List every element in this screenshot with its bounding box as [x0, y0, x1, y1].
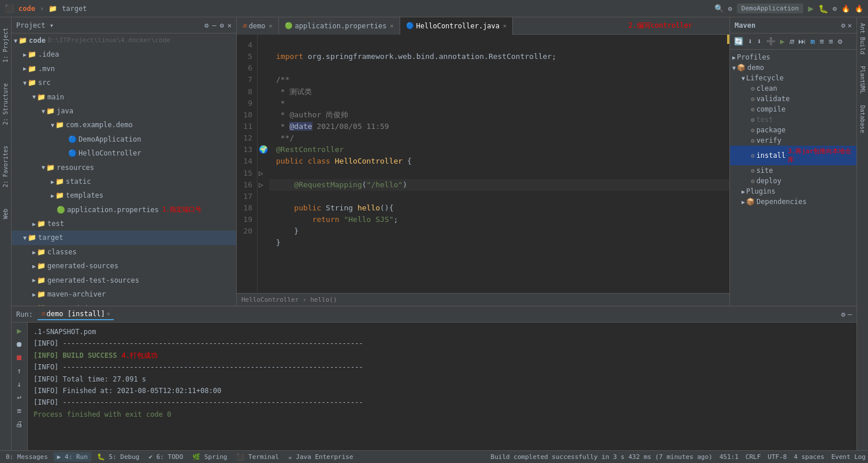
bottom-tab-todo[interactable]: ✔ 6: TODO — [145, 452, 187, 462]
maven-label-verify: verify — [757, 136, 781, 145]
structure-label[interactable]: 2: Structure — [1, 79, 10, 129]
maven-item-demo[interactable]: ▼ 📦 demo — [730, 62, 856, 73]
maven-refresh-icon[interactable]: 🔄 — [732, 36, 745, 47]
tree-item-app-properties[interactable]: 🟢 application.properties 1.指定端口号 — [12, 203, 236, 217]
maven-item-dependencies[interactable]: ▶ 📦 Dependencies — [730, 197, 856, 207]
tree-item-maven-archiver[interactable]: ▶ 📁 maven-archiver — [12, 287, 236, 301]
toolbar-icon-2[interactable]: 🔥 — [841, 5, 850, 13]
maven-item-validate[interactable]: ⚙ validate — [730, 94, 856, 104]
run-tab-close[interactable]: ✕ — [107, 310, 110, 317]
maven-close-icon[interactable]: ✕ — [848, 21, 852, 29]
tab-run[interactable]: m demo [install] ✕ — [38, 309, 114, 320]
run-up-icon[interactable]: ↑ — [16, 365, 23, 376]
run-stop-icon[interactable]: ⏹ — [14, 352, 24, 363]
run-config-label[interactable]: DemoApplication — [737, 3, 803, 13]
maven-item-deploy[interactable]: ⚙ deploy — [730, 176, 856, 186]
maven-item-install[interactable]: ⚙ install 3.将jar包推向本地仓库 — [730, 146, 856, 165]
run-down-icon[interactable]: ↓ — [16, 379, 23, 390]
toolbar-icon-3[interactable]: 🔥 — [855, 5, 863, 13]
run-minimize-icon[interactable]: — — [848, 310, 852, 318]
settings-icon[interactable]: ⚙ — [220, 21, 224, 29]
tree-item-code[interactable]: ▼ 📁 code D:\ITProject\linux\4.docker\cod… — [12, 34, 236, 47]
maven-item-compile[interactable]: ⚙ compile — [730, 104, 856, 114]
run-play-icon[interactable]: ▶ — [16, 325, 23, 336]
maven-item-verify[interactable]: ⚙ verify — [730, 135, 856, 146]
gear-icon: ⚙ — [751, 177, 755, 185]
left-side-panel: 1: Project 2: Structure 2: Favorites Web — [0, 17, 12, 450]
bottom-tab-run[interactable]: ▶ 4: Run — [54, 452, 91, 462]
tree-item-generated-test-sources[interactable]: ▶ 📁 generated-test-sources — [12, 273, 236, 287]
maven-item-profiles[interactable]: ▶ Profiles — [730, 52, 856, 62]
bottom-tab-debug[interactable]: 🐛 5: Debug — [94, 452, 143, 462]
bottom-tab-java-enterprise[interactable]: ☕ Java Enterprise — [285, 452, 357, 462]
maven-icon4[interactable]: ⚙ — [836, 36, 844, 47]
tree-item-target[interactable]: ▼ 📁 target — [12, 231, 236, 245]
tree-item-src[interactable]: ▼ 📁 src — [12, 76, 236, 90]
tree-item-generated-sources[interactable]: ▶ 📁 generated-sources — [12, 259, 236, 273]
run-wrap-icon[interactable]: ↩ — [16, 392, 23, 403]
bottom-tab-terminal[interactable]: ⬛ Terminal — [233, 452, 282, 462]
plantuml-label[interactable]: PlantUML — [859, 66, 866, 94]
favorites-label[interactable]: 2: Favorites — [1, 141, 10, 192]
run-settings-icon[interactable]: ⚙ — [841, 310, 845, 318]
settings-icon[interactable]: ⚙ — [728, 5, 732, 13]
tree-item-main[interactable]: ▼ 📁 main — [12, 90, 236, 104]
tree-item-resources[interactable]: ▼ 📁 resources — [12, 161, 236, 175]
tree-item-idea[interactable]: ▶ 📁 .idea — [12, 47, 236, 61]
maven-item-plugins[interactable]: ▶ Plugins — [730, 186, 856, 197]
maven-run2-icon[interactable]: m — [787, 36, 795, 47]
run-line-2: [INFO] ---------------------------------… — [33, 338, 851, 349]
run-record-icon[interactable]: ⏺ — [14, 339, 24, 350]
tree-item-templates[interactable]: ▶ 📁 templates — [12, 188, 236, 202]
maven-item-package[interactable]: ⚙ package — [730, 125, 856, 135]
debug-icon[interactable]: 🐛 — [818, 4, 828, 13]
maven-add-icon[interactable]: ➕ — [765, 36, 777, 47]
maven-download-icon[interactable]: ⬇ — [746, 36, 754, 47]
close-icon[interactable]: ✕ — [228, 21, 232, 29]
maven-item-lifecycle[interactable]: ▼ Lifecycle — [730, 73, 856, 83]
project-label[interactable]: 1: Project — [1, 23, 10, 67]
bottom-tab-spring[interactable]: 🌿 Spring — [189, 452, 230, 462]
tree-item-hello-controller[interactable]: 🔵 HelloController — [12, 146, 236, 160]
tree-item-test[interactable]: ▶ 📁 test — [12, 217, 236, 231]
maven-item-site[interactable]: ⚙ site — [730, 165, 856, 176]
run-list-icon[interactable]: ≡ — [16, 405, 23, 416]
tree-item-static[interactable]: ▶ 📁 static — [12, 175, 236, 188]
maven-settings-icon[interactable]: ⚙ — [841, 21, 845, 29]
sync-icon[interactable]: ⚙ — [204, 21, 208, 29]
toolbar-icon-1[interactable]: ⚙ — [833, 5, 837, 13]
java-icon: 🔵 — [68, 134, 77, 145]
database-label[interactable]: Database — [859, 105, 866, 133]
ant-build-label[interactable]: Ant Build — [859, 23, 866, 54]
tab-close-props[interactable]: ✕ — [390, 23, 394, 29]
run-print-icon[interactable]: 🖨 — [14, 418, 24, 429]
maven-icon2[interactable]: ≡ — [818, 36, 826, 47]
maven-item-test[interactable]: ⚙ test — [730, 114, 856, 125]
statusbar-event-log[interactable]: Event Log — [831, 453, 866, 461]
tab-icon-props: 🟢 — [285, 22, 293, 29]
maven-run-icon[interactable]: ▶ — [778, 36, 787, 47]
tab-hello-controller[interactable]: 🔵 HelloController.java ✕ — [400, 17, 513, 35]
search-icon[interactable]: 🔍 — [714, 4, 724, 13]
tree-item-java[interactable]: ▼ 📁 java — [12, 104, 236, 118]
tab-close-demo[interactable]: ✕ — [269, 23, 273, 29]
statusbar-encoding: CRLF — [746, 453, 761, 461]
collapse-icon[interactable]: — — [212, 21, 216, 29]
tree-item-classes[interactable]: ▶ 📁 classes — [12, 245, 236, 259]
tree-item-com-example-demo[interactable]: ▼ 📁 com.example.demo — [12, 118, 236, 132]
tab-app-properties[interactable]: 🟢 application.properties ✕ — [279, 17, 400, 35]
tree-item-demo-application[interactable]: 🔵 DemoApplication — [12, 132, 236, 146]
maven-icon-toggle[interactable]: m — [809, 36, 817, 47]
tab-close-java[interactable]: ✕ — [503, 23, 506, 29]
bottom-tab-messages[interactable]: 0: Messages — [2, 452, 51, 462]
tab-demo[interactable]: m demo ✕ — [237, 17, 279, 35]
tree-item-mvn[interactable]: ▶ 📁 .mvn — [12, 62, 236, 76]
tree-item-maven-status[interactable]: ▶ 📁 maven-status — [12, 301, 236, 306]
maven-skip-icon[interactable]: ⏭ — [796, 36, 807, 47]
run-icon[interactable]: ▶ — [808, 3, 814, 14]
web-label[interactable]: Web — [1, 204, 10, 224]
maven-item-clean[interactable]: ⚙ clean — [730, 83, 856, 94]
maven-download2-icon[interactable]: ⬇ — [755, 36, 763, 47]
maven-icon3[interactable]: ≡ — [827, 36, 835, 47]
code-content[interactable]: import org.springframework.web.bind.anno… — [269, 35, 729, 293]
